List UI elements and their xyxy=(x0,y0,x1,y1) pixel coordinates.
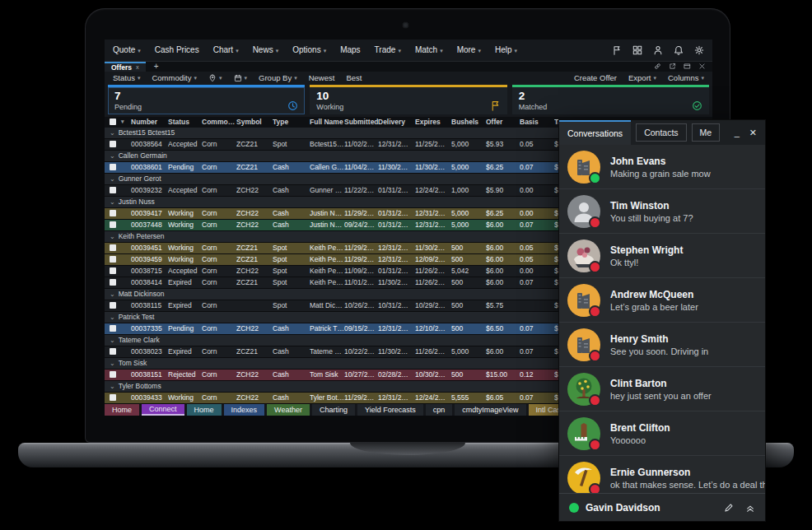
menu-item-chart[interactable]: Chart▾ xyxy=(213,45,239,54)
col-header-offer[interactable]: Offer xyxy=(486,118,520,126)
filter-columns[interactable]: Columns▾ xyxy=(668,73,704,82)
dashboard-tab-yield-forecasts[interactable]: Yield Forecasts xyxy=(357,404,423,416)
select-all-checkbox[interactable]: ▾ xyxy=(105,119,131,125)
close-icon[interactable]: ✕ xyxy=(749,128,757,138)
conversation-henry-smith[interactable]: Henry SmithSee you soon. Driving in xyxy=(559,323,765,367)
row-checkbox-cell[interactable] xyxy=(105,371,131,378)
tab-close-icon[interactable]: x xyxy=(136,63,139,71)
row-checkbox-cell[interactable] xyxy=(105,187,131,193)
collapse-icon[interactable] xyxy=(745,503,755,513)
chevron-collapse-icon[interactable]: ⌄ xyxy=(110,198,115,206)
card-working[interactable]: 10Working xyxy=(310,85,506,114)
conversation-ernie-gunnerson[interactable]: Ernie Gunnersonok that makes sense. Let’… xyxy=(559,456,765,493)
chevron-collapse-icon[interactable]: ⌄ xyxy=(110,360,115,367)
checkbox[interactable] xyxy=(110,210,116,216)
col-header-number[interactable]: Number xyxy=(131,118,168,126)
dashboard-tab-connect[interactable]: Connect xyxy=(142,404,184,416)
grid-icon[interactable] xyxy=(632,45,642,55)
filter-pin[interactable]: ▾ xyxy=(208,74,222,82)
filter-status[interactable]: Status▾ xyxy=(113,73,140,82)
row-checkbox-cell[interactable] xyxy=(105,256,131,263)
col-header-delivery[interactable]: Delivery xyxy=(378,118,415,126)
chevron-collapse-icon[interactable]: ⌄ xyxy=(110,129,115,137)
filter-best[interactable]: Best xyxy=(346,73,362,82)
checkbox[interactable] xyxy=(110,164,116,170)
row-checkbox-cell[interactable] xyxy=(105,325,131,332)
bell-icon[interactable] xyxy=(674,45,684,55)
dashboard-tab-home[interactable]: Home xyxy=(105,404,139,416)
col-header-submitted[interactable]: Submitted xyxy=(344,118,378,126)
menu-item-news[interactable]: News▾ xyxy=(253,45,279,54)
col-header-bushels[interactable]: Bushels xyxy=(451,118,486,126)
tab-offers[interactable]: Offers x xyxy=(105,62,146,72)
checkbox[interactable] xyxy=(110,394,116,401)
menu-item-more[interactable]: More▾ xyxy=(457,45,481,54)
col-header-commo[interactable]: Commo… xyxy=(202,118,236,126)
chevron-collapse-icon[interactable]: ⌄ xyxy=(110,291,115,298)
row-checkbox-cell[interactable] xyxy=(105,394,131,401)
messenger-tab-me[interactable]: Me xyxy=(692,123,721,142)
col-header-basis[interactable]: Basis xyxy=(520,118,554,126)
conversation-andrew-mcqueen[interactable]: Andrew McQueenLet’s grab a beer later xyxy=(559,278,765,323)
gear-icon[interactable] xyxy=(694,45,704,55)
dashboard-tab-cmdtyimageview[interactable]: cmdtyImageView xyxy=(455,404,525,416)
filter-newest[interactable]: Newest xyxy=(309,73,335,82)
pencil-icon[interactable] xyxy=(724,503,734,513)
checkbox[interactable] xyxy=(110,119,116,125)
checkbox[interactable] xyxy=(110,371,116,378)
row-checkbox-cell[interactable] xyxy=(105,348,131,355)
menu-item-options[interactable]: Options▾ xyxy=(292,45,326,54)
conversation-john-evans[interactable]: John EvansMaking a grain sale mow xyxy=(559,145,765,189)
col-header-expires[interactable]: Expires xyxy=(415,118,451,126)
row-checkbox-cell[interactable] xyxy=(105,210,131,216)
dashboard-tab-cpn[interactable]: cpn xyxy=(426,404,453,416)
menu-item-cash-prices[interactable]: Cash Prices xyxy=(155,45,199,54)
col-header-full-name[interactable]: Full Name xyxy=(310,118,344,126)
row-checkbox-cell[interactable] xyxy=(105,164,131,170)
chevron-collapse-icon[interactable]: ⌄ xyxy=(110,175,115,183)
filter-create-offer[interactable]: Create Offer xyxy=(574,73,617,82)
checkbox[interactable] xyxy=(110,325,116,332)
add-tab-button[interactable]: + xyxy=(146,62,167,72)
messenger-tab-contacts[interactable]: Contacts xyxy=(636,123,686,142)
link-icon[interactable] xyxy=(654,63,661,70)
filter-export[interactable]: Export▾ xyxy=(628,73,656,82)
close-icon[interactable] xyxy=(698,63,706,70)
menu-item-trade[interactable]: Trade▾ xyxy=(375,45,401,54)
conversation-tim-winston[interactable]: Tim WinstonYou still buying at 7? xyxy=(559,189,765,234)
row-checkbox-cell[interactable] xyxy=(105,279,131,286)
col-header-symbol[interactable]: Symbol xyxy=(236,118,273,126)
menu-item-help[interactable]: Help▾ xyxy=(495,45,517,54)
checkbox[interactable] xyxy=(110,302,116,309)
checkbox[interactable] xyxy=(110,348,116,355)
minimize-icon[interactable]: _ xyxy=(735,130,740,135)
person-icon[interactable] xyxy=(653,45,663,55)
row-checkbox-cell[interactable] xyxy=(105,141,131,147)
dashboard-tab-home[interactable]: Home xyxy=(187,404,222,416)
checkbox[interactable] xyxy=(110,267,116,274)
col-header-status[interactable]: Status xyxy=(168,118,202,126)
row-checkbox-cell[interactable] xyxy=(105,302,131,309)
checkbox[interactable] xyxy=(110,256,116,263)
window-icon[interactable] xyxy=(684,63,691,70)
filter-commodity[interactable]: Commodity▾ xyxy=(152,73,197,82)
row-checkbox-cell[interactable] xyxy=(105,244,131,251)
filter-group-by[interactable]: Group By▾ xyxy=(259,73,297,82)
dashboard-tab-weather[interactable]: Weather xyxy=(267,404,310,416)
card-pending[interactable]: 7Pending xyxy=(108,85,305,114)
chevron-collapse-icon[interactable]: ⌄ xyxy=(110,314,115,321)
menu-item-maps[interactable]: Maps xyxy=(340,45,360,54)
messenger-tab-conversations[interactable]: Conversations xyxy=(559,120,631,145)
filter-calendar[interactable]: ▾ xyxy=(234,74,248,82)
menu-item-quote[interactable]: Quote▾ xyxy=(113,45,141,54)
conversation-clint-barton[interactable]: Clint Bartonhey just sent you an offer xyxy=(559,367,765,411)
popout-icon[interactable] xyxy=(669,63,676,70)
col-header-type[interactable]: Type xyxy=(273,118,310,126)
chevron-collapse-icon[interactable]: ⌄ xyxy=(110,233,115,240)
row-checkbox-cell[interactable] xyxy=(105,267,131,274)
dashboard-tab-charting[interactable]: Charting xyxy=(312,404,355,416)
dashboard-tab-indexes[interactable]: Indexes xyxy=(224,404,265,416)
chevron-collapse-icon[interactable]: ⌄ xyxy=(110,152,115,160)
conversation-brent-clifton[interactable]: Brent CliftonYoooooo xyxy=(559,411,765,456)
checkbox[interactable] xyxy=(110,244,116,251)
